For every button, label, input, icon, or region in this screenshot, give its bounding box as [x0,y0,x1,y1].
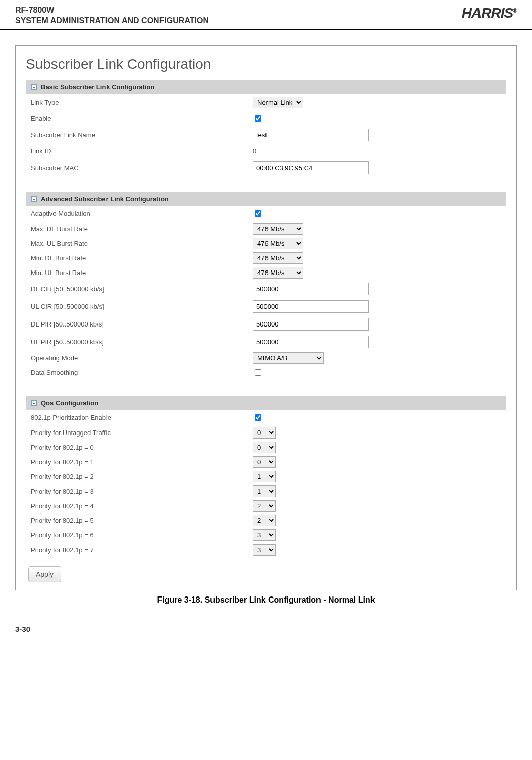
select-p0[interactable]: 0 [253,442,276,453]
row-p4: Priority for 802.1p = 4 2 [26,499,506,513]
input-ul-pir[interactable] [253,336,369,348]
checkbox-data-smooth[interactable] [255,369,261,376]
row-sub-mac: Subscriber MAC [26,159,506,177]
row-link-id: Link ID 0 [26,144,506,159]
doc-title-line1: RF-7800W [15,5,209,16]
label-dl-pir: DL PIR [50..500000 kb/s] [31,320,253,328]
label-ul-cir: UL CIR [50..500000 kb/s] [31,303,253,310]
select-p6[interactable]: 3 [253,529,276,541]
config-page-frame: Subscriber Link Configuration - Basic Su… [15,45,517,590]
row-ul-pir: UL PIR [50..500000 kb/s] [26,333,506,351]
doc-title-block: RF-7800W SYSTEM ADMINISTRATION AND CONFI… [15,5,209,26]
label-sub-mac: Subscriber MAC [31,164,253,172]
row-max-ul: Max. UL Burst Rate 476 Mb/s [26,236,506,251]
checkbox-enable[interactable] [255,115,261,122]
label-p0: Priority for 802.1p = 0 [31,444,253,451]
row-data-smooth: Data Smoothing [26,365,506,381]
select-min-dl[interactable]: 476 Mb/s [253,252,303,264]
label-p1: Priority for 802.1p = 1 [31,458,253,466]
row-min-dl: Min. DL Burst Rate 476 Mb/s [26,251,506,265]
label-link-type: Link Type [31,99,253,106]
collapse-icon[interactable]: - [31,196,37,202]
row-min-ul: Min. UL Burst Rate 476 Mb/s [26,265,506,280]
section-title-advanced: Advanced Subscriber Link Configuration [41,195,169,203]
label-ul-pir: UL PIR [50..500000 kb/s] [31,338,253,346]
section-header-qos[interactable]: - Qos Configuration [26,396,506,410]
label-min-dl: Min. DL Burst Rate [31,254,253,262]
select-min-ul[interactable]: 476 Mb/s [253,267,303,279]
label-enable: Enable [31,115,253,122]
document-header: RF-7800W SYSTEM ADMINISTRATION AND CONFI… [0,0,532,30]
label-p4: Priority for 802.1p = 4 [31,502,253,510]
row-p3: Priority for 802.1p = 3 1 [26,484,506,499]
brand-logo: HARRIS® [462,5,517,21]
section-header-basic[interactable]: - Basic Subscriber Link Configuration [26,80,506,94]
input-sub-mac[interactable] [253,161,369,174]
row-ul-cir: UL CIR [50..500000 kb/s] [26,298,506,315]
row-dl-cir: DL CIR [50..500000 kb/s] [26,280,506,298]
label-dl-cir: DL CIR [50..500000 kb/s] [31,285,253,293]
label-adaptive-mod: Adaptive Modulation [31,210,253,218]
label-min-ul: Min. UL Burst Rate [31,269,253,277]
label-p6: Priority for 802.1p = 6 [31,531,253,539]
row-prio-enable: 802.1p Prioritization Enable [26,410,506,425]
input-link-name[interactable] [253,129,369,141]
figure-caption: Figure 3-18. Subscriber Link Configurati… [0,595,532,605]
label-max-dl: Max. DL Burst Rate [31,225,253,233]
row-p2: Priority for 802.1p = 2 1 [26,469,506,484]
select-p3[interactable]: 1 [253,485,276,497]
label-max-ul: Max. UL Burst Rate [31,240,253,247]
label-p7: Priority for 802.1p = 7 [31,546,253,554]
input-dl-pir[interactable] [253,318,369,331]
row-p1: Priority for 802.1p = 1 0 [26,455,506,469]
select-link-type[interactable]: Normal Link [253,97,303,108]
select-op-mode[interactable]: MIMO A/B [253,352,324,364]
select-max-dl[interactable]: 476 Mb/s [253,223,303,235]
doc-title-line2: SYSTEM ADMINISTRATION AND CONFIGURATION [15,16,209,26]
row-op-mode: Operating Mode MIMO A/B [26,351,506,365]
label-p2: Priority for 802.1p = 2 [31,473,253,480]
label-p5: Priority for 802.1p = 5 [31,517,253,524]
select-p7[interactable]: 3 [253,544,276,556]
row-p7: Priority for 802.1p = 7 3 [26,542,506,557]
label-untagged: Priority for Untagged Traffic [31,429,253,437]
select-untagged[interactable]: 0 [253,427,276,439]
section-title-basic: Basic Subscriber Link Configuration [41,83,154,91]
label-link-id: Link ID [31,147,253,155]
page-title: Subscriber Link Configuration [26,56,506,72]
select-max-ul[interactable]: 476 Mb/s [253,238,303,249]
checkbox-prio-enable[interactable] [255,414,261,421]
label-link-name: Subscriber Link Name [31,131,253,139]
label-p3: Priority for 802.1p = 3 [31,487,253,495]
input-ul-cir[interactable] [253,300,369,313]
row-link-name: Subscriber Link Name [26,126,506,144]
select-p2[interactable]: 1 [253,471,276,482]
row-enable: Enable [26,111,506,126]
row-p5: Priority for 802.1p = 5 2 [26,513,506,528]
label-data-smooth: Data Smoothing [31,369,253,376]
select-p5[interactable]: 2 [253,515,276,526]
row-adaptive-mod: Adaptive Modulation [26,206,506,222]
collapse-icon[interactable]: - [31,400,37,406]
section-header-advanced[interactable]: - Advanced Subscriber Link Configuration [26,192,506,206]
select-p4[interactable]: 2 [253,500,276,512]
select-p1[interactable]: 0 [253,456,276,468]
label-prio-enable: 802.1p Prioritization Enable [31,414,253,421]
label-op-mode: Operating Mode [31,354,253,362]
apply-button[interactable]: Apply [28,566,61,582]
row-dl-pir: DL PIR [50..500000 kb/s] [26,315,506,333]
collapse-icon[interactable]: - [31,84,37,90]
section-title-qos: Qos Configuration [41,399,98,407]
page-number: 3-30 [0,605,532,643]
value-link-id: 0 [253,147,256,155]
row-p0: Priority for 802.1p = 0 0 [26,440,506,455]
input-dl-cir[interactable] [253,283,369,295]
row-link-type: Link Type Normal Link [26,94,506,111]
row-p6: Priority for 802.1p = 6 3 [26,528,506,542]
row-max-dl: Max. DL Burst Rate 476 Mb/s [26,222,506,236]
row-untagged: Priority for Untagged Traffic 0 [26,425,506,440]
checkbox-adaptive-mod[interactable] [255,210,261,217]
